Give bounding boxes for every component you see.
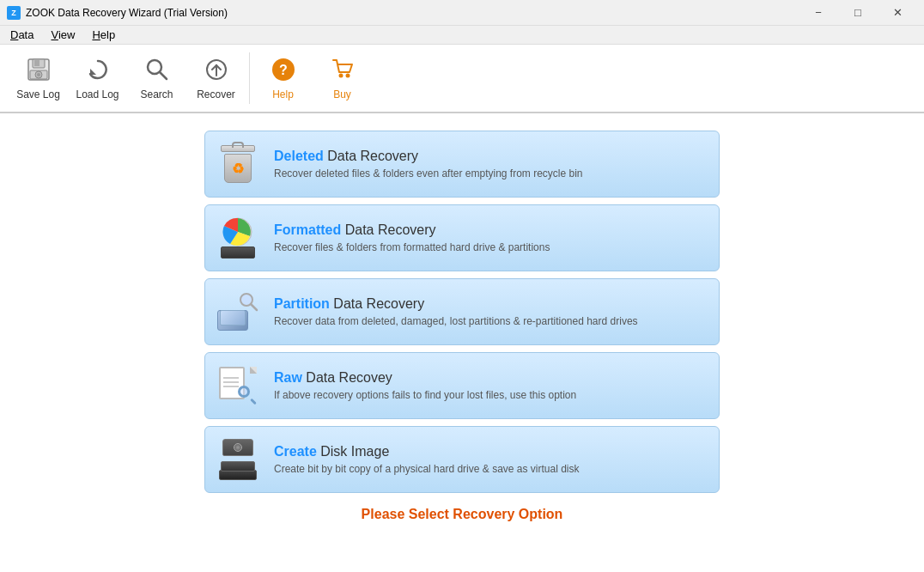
deleted-title-highlight: Deleted (274, 149, 324, 163)
search-icon (144, 57, 170, 87)
raw-option-text: Raw Data Recovey If above recovery optio… (274, 370, 705, 401)
window-title: ZOOK Data Recovery Wizard (Trial Version… (26, 7, 228, 19)
partition-option-title: Partition Data Recovery (274, 296, 705, 312)
save-icon (26, 57, 52, 87)
load-log-button[interactable]: Load Log (70, 47, 125, 109)
save-log-button[interactable]: Save Log (10, 47, 66, 109)
load-log-label: Load Log (76, 88, 119, 100)
partition-option-text: Partition Data Recovery Recover data fro… (274, 296, 705, 327)
deleted-option-text: Deleted Data Recovery Recover deleted fi… (274, 149, 705, 180)
formatted-option-title: Formatted Data Recovery (274, 222, 705, 238)
recover-icon (204, 57, 229, 87)
buy-button[interactable]: Buy (314, 47, 370, 109)
main-content: ♻ Deleted Data Recovery Recover deleted … (0, 113, 924, 572)
save-log-label: Save Log (16, 88, 60, 100)
document-search-icon (216, 363, 260, 408)
help-icon: ? (271, 57, 296, 87)
title-bar-controls: − □ ✕ (799, 0, 917, 26)
footer-text: Please Select Recovery Option (362, 507, 563, 522)
disk-image-icon (216, 437, 260, 482)
disk-image-option-text: Create Disk Image Create bit by bit copy… (274, 444, 705, 475)
menu-data[interactable]: Data (3, 27, 40, 43)
buy-label: Buy (333, 88, 351, 100)
disk-image-option-title: Create Disk Image (274, 444, 705, 459)
svg-point-14 (345, 73, 350, 77)
help-button[interactable]: ? Help (255, 47, 311, 109)
options-container: ♻ Deleted Data Recovery Recover deleted … (204, 131, 720, 493)
partition-option-desc: Recover data from deleted, damaged, lost… (274, 315, 705, 327)
title-bar-left: Z ZOOK Data Recovery Wizard (Trial Versi… (7, 6, 228, 20)
svg-line-17 (251, 304, 257, 310)
partition-title-highlight: Partition (274, 296, 330, 311)
deleted-option-desc: Recover deleted files & folders even aft… (274, 167, 705, 180)
menu-bar: Data View Help (0, 26, 924, 45)
magnify-disk-icon (216, 289, 260, 334)
raw-option-title: Raw Data Recovey (274, 370, 705, 386)
search-label: Search (140, 88, 173, 100)
app-icon: Z (7, 6, 21, 20)
toolbar: Save Log Load Log Search (0, 45, 924, 113)
svg-line-8 (160, 72, 167, 79)
recover-button[interactable]: Recover (188, 47, 244, 109)
formatted-title-rest: Data Recovery (341, 222, 435, 237)
close-button[interactable]: ✕ (878, 0, 917, 26)
maximize-button[interactable]: □ (838, 0, 878, 26)
svg-point-5 (37, 73, 40, 76)
raw-title-rest: Data Recovey (302, 370, 392, 385)
deleted-option-title: Deleted Data Recovery (274, 149, 705, 164)
formatted-title-highlight: Formatted (274, 222, 341, 237)
raw-option-desc: If above recovery options fails to find … (274, 389, 705, 401)
recover-label: Recover (197, 88, 235, 100)
minimize-button[interactable]: − (799, 0, 838, 26)
deleted-title-rest: Data Recovery (324, 149, 418, 163)
raw-recovery-card[interactable]: Raw Data Recovey If above recovery optio… (204, 352, 720, 419)
menu-view[interactable]: View (44, 27, 82, 43)
partition-recovery-card[interactable]: Partition Data Recovery Recover data fro… (204, 278, 720, 345)
disk-image-option-desc: Create bit by bit copy of a physical har… (274, 463, 705, 475)
pie-chart-icon (216, 216, 260, 260)
title-bar: Z ZOOK Data Recovery Wizard (Trial Versi… (0, 0, 924, 26)
partition-title-rest: Data Recovery (330, 296, 424, 311)
reload-icon (85, 57, 111, 87)
search-button[interactable]: Search (129, 47, 185, 109)
create-title-highlight: Create (274, 444, 317, 459)
svg-text:?: ? (279, 63, 288, 77)
create-title-rest: Disk Image (317, 444, 389, 459)
formatted-option-desc: Recover files & folders from formatted h… (274, 241, 705, 253)
help-label: Help (272, 88, 294, 100)
deleted-recovery-card[interactable]: ♻ Deleted Data Recovery Recover deleted … (204, 131, 720, 198)
formatted-recovery-card[interactable]: Formatted Data Recovery Recover files & … (204, 204, 720, 271)
svg-rect-2 (34, 59, 40, 66)
formatted-option-text: Formatted Data Recovery Recover files & … (274, 222, 705, 253)
raw-title-highlight: Raw (274, 370, 302, 385)
menu-help[interactable]: Help (85, 27, 122, 43)
buy-icon (330, 57, 356, 87)
svg-marker-6 (90, 69, 96, 75)
svg-point-13 (338, 73, 343, 77)
toolbar-separator (249, 52, 250, 104)
recycle-bin-icon: ♻ (216, 142, 260, 186)
disk-image-card[interactable]: Create Disk Image Create bit by bit copy… (204, 426, 720, 493)
